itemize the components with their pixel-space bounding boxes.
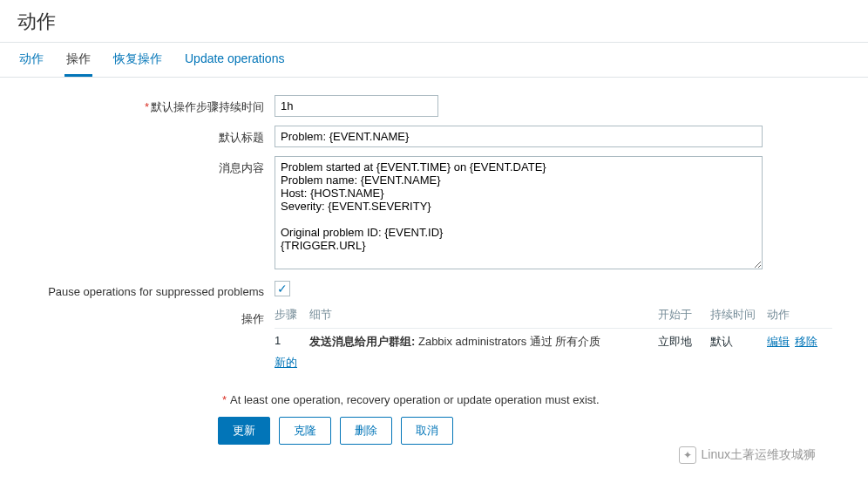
tab-recovery[interactable]: 恢复操作 (112, 43, 164, 77)
label-pause: Pause operations for suppressed problems (17, 281, 275, 298)
operations-header: 步骤 细节 开始于 持续时间 动作 (275, 307, 832, 329)
label-operations: 操作 (17, 307, 275, 327)
label-step-duration: *默认操作步骤持续时间 (17, 95, 275, 115)
cancel-button[interactable]: 取消 (401, 417, 453, 445)
textarea-message[interactable]: Problem started at {EVENT.TIME} on {EVEN… (275, 156, 763, 269)
validation-note: *At least one operation, recovery operat… (222, 393, 851, 406)
page-title: 动作 (0, 0, 868, 38)
col-head-step: 步骤 (275, 307, 309, 323)
label-message: 消息内容 (17, 156, 275, 176)
link-edit[interactable]: 编辑 (767, 335, 790, 348)
input-step-duration[interactable] (275, 95, 438, 117)
cell-duration: 默认 (710, 334, 767, 350)
col-head-duration: 持续时间 (710, 307, 767, 323)
col-head-action: 动作 (767, 307, 832, 323)
tab-operations[interactable]: 操作 (64, 43, 92, 77)
link-remove[interactable]: 移除 (795, 335, 817, 348)
tab-action[interactable]: 动作 (17, 43, 45, 77)
cell-step: 1 (275, 334, 309, 347)
link-new-operation[interactable]: 新的 (275, 356, 297, 369)
button-row: 更新 克隆 删除 取消 (218, 417, 851, 445)
cell-detail: 发送消息给用户群组: Zabbix administrators 通过 所有介质 (309, 334, 658, 350)
label-subject: 默认标题 (17, 126, 275, 146)
cell-start: 立即地 (658, 334, 710, 350)
table-row: 1 发送消息给用户群组: Zabbix administrators 通过 所有… (275, 334, 832, 350)
update-button[interactable]: 更新 (218, 417, 270, 445)
clone-button[interactable]: 克隆 (279, 417, 331, 445)
checkbox-pause[interactable]: ✓ (275, 281, 290, 296)
tab-update-operations[interactable]: Update operations (183, 43, 286, 77)
col-head-detail: 细节 (309, 307, 658, 323)
form-body: *默认操作步骤持续时间 默认标题 消息内容 Problem started at… (0, 78, 868, 462)
col-head-start: 开始于 (658, 307, 710, 323)
tab-bar: 动作 操作 恢复操作 Update operations (0, 43, 868, 78)
check-icon: ✓ (277, 282, 288, 296)
input-subject[interactable] (275, 126, 763, 147)
cell-actions: 编辑移除 (767, 334, 832, 350)
delete-button[interactable]: 删除 (340, 417, 392, 445)
operations-table: 步骤 细节 开始于 持续时间 动作 1 发送消息给用户群组: Zabbix ad… (275, 307, 832, 371)
